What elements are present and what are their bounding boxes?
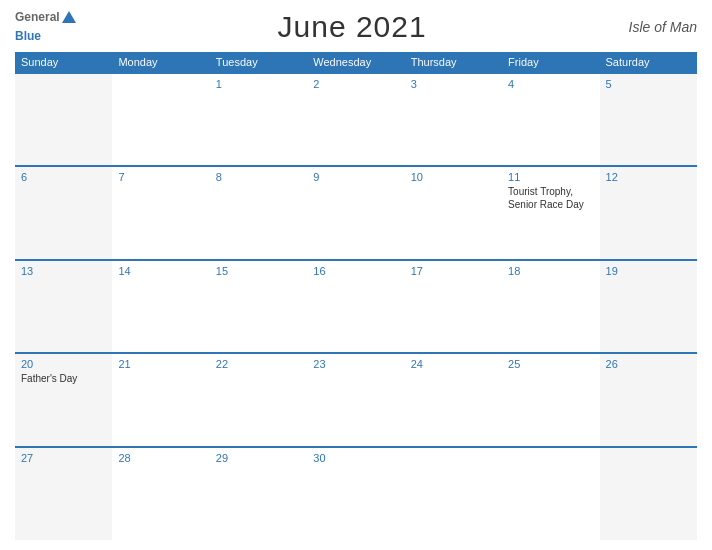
header: General Blue June 2021 Isle of Man (15, 10, 697, 44)
calendar-cell: 23 (307, 353, 404, 446)
day-number: 18 (508, 265, 593, 277)
calendar-week-5: 27282930 (15, 447, 697, 540)
calendar-cell: 30 (307, 447, 404, 540)
calendar-cell (405, 447, 502, 540)
calendar-cell: 19 (600, 260, 697, 353)
calendar-cell: 3 (405, 73, 502, 166)
calendar-cell: 24 (405, 353, 502, 446)
col-thursday: Thursday (405, 52, 502, 73)
day-number: 21 (118, 358, 203, 370)
day-number: 13 (21, 265, 106, 277)
day-number: 15 (216, 265, 301, 277)
calendar-cell: 16 (307, 260, 404, 353)
calendar-cell: 28 (112, 447, 209, 540)
calendar-week-4: 20Father's Day212223242526 (15, 353, 697, 446)
calendar-cell: 2 (307, 73, 404, 166)
col-tuesday: Tuesday (210, 52, 307, 73)
day-number: 16 (313, 265, 398, 277)
calendar-cell: 29 (210, 447, 307, 540)
day-number: 19 (606, 265, 691, 277)
day-number: 10 (411, 171, 496, 183)
calendar-week-3: 13141516171819 (15, 260, 697, 353)
logo: General Blue (15, 10, 76, 44)
calendar-cell: 9 (307, 166, 404, 259)
day-number: 22 (216, 358, 301, 370)
day-number: 23 (313, 358, 398, 370)
calendar-header: Sunday Monday Tuesday Wednesday Thursday… (15, 52, 697, 73)
day-number: 14 (118, 265, 203, 277)
event-label: Tourist Trophy, Senior Race Day (508, 185, 593, 211)
day-number: 9 (313, 171, 398, 183)
day-number: 25 (508, 358, 593, 370)
day-number: 29 (216, 452, 301, 464)
calendar-cell: 18 (502, 260, 599, 353)
logo-triangle-icon (62, 11, 76, 23)
day-number: 24 (411, 358, 496, 370)
calendar-cell: 5 (600, 73, 697, 166)
day-number: 27 (21, 452, 106, 464)
calendar-cell: 8 (210, 166, 307, 259)
calendar-cell: 4 (502, 73, 599, 166)
col-sunday: Sunday (15, 52, 112, 73)
day-number: 26 (606, 358, 691, 370)
calendar-cell: 6 (15, 166, 112, 259)
day-number: 28 (118, 452, 203, 464)
day-number: 2 (313, 78, 398, 90)
day-number: 4 (508, 78, 593, 90)
day-number: 20 (21, 358, 106, 370)
calendar-week-2: 67891011Tourist Trophy, Senior Race Day1… (15, 166, 697, 259)
calendar-cell (502, 447, 599, 540)
calendar-cell: 13 (15, 260, 112, 353)
calendar-cell: 20Father's Day (15, 353, 112, 446)
day-number: 30 (313, 452, 398, 464)
calendar-cell: 14 (112, 260, 209, 353)
calendar-cell (112, 73, 209, 166)
calendar-cell: 27 (15, 447, 112, 540)
region-label: Isle of Man (629, 19, 697, 35)
month-title: June 2021 (278, 10, 427, 44)
calendar-week-1: 12345 (15, 73, 697, 166)
logo-blue-text: Blue (15, 29, 41, 43)
calendar-body: 1234567891011Tourist Trophy, Senior Race… (15, 73, 697, 540)
day-number: 11 (508, 171, 593, 183)
col-wednesday: Wednesday (307, 52, 404, 73)
day-number: 3 (411, 78, 496, 90)
calendar-cell: 7 (112, 166, 209, 259)
calendar-cell: 11Tourist Trophy, Senior Race Day (502, 166, 599, 259)
logo-general-text: General (15, 10, 60, 24)
day-number: 5 (606, 78, 691, 90)
calendar-cell (600, 447, 697, 540)
calendar-cell: 15 (210, 260, 307, 353)
calendar-cell: 1 (210, 73, 307, 166)
day-number: 6 (21, 171, 106, 183)
event-label: Father's Day (21, 372, 106, 385)
calendar-cell: 22 (210, 353, 307, 446)
day-number: 7 (118, 171, 203, 183)
col-friday: Friday (502, 52, 599, 73)
calendar-cell: 21 (112, 353, 209, 446)
day-number: 1 (216, 78, 301, 90)
col-monday: Monday (112, 52, 209, 73)
calendar-cell: 10 (405, 166, 502, 259)
day-number: 8 (216, 171, 301, 183)
col-saturday: Saturday (600, 52, 697, 73)
calendar-table: Sunday Monday Tuesday Wednesday Thursday… (15, 52, 697, 540)
calendar-cell: 17 (405, 260, 502, 353)
day-number: 17 (411, 265, 496, 277)
day-number: 12 (606, 171, 691, 183)
calendar-cell: 26 (600, 353, 697, 446)
calendar-cell: 12 (600, 166, 697, 259)
calendar-cell: 25 (502, 353, 599, 446)
calendar-cell (15, 73, 112, 166)
calendar-page: General Blue June 2021 Isle of Man Sunda… (0, 0, 712, 550)
